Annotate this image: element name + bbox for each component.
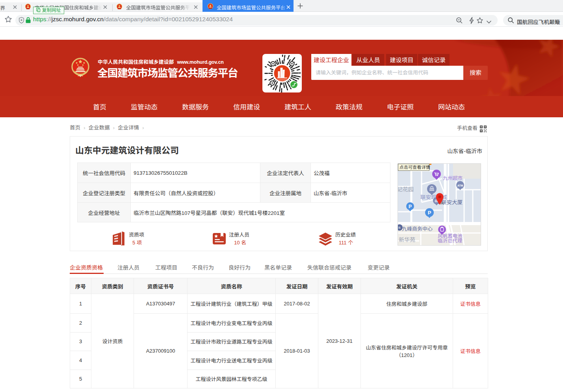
svg-text:点击可查看详情: 点击可查看详情	[399, 164, 430, 170]
svg-text:九峰商务中心: 九峰商务中心	[402, 225, 433, 232]
svg-text:记花园: 记花园	[398, 185, 414, 193]
svg-text:P: P	[409, 204, 412, 209]
svg-text:临沂总代理: 临沂总代理	[438, 237, 463, 244]
svg-text:B: B	[398, 226, 400, 229]
svg-text:联安大厦: 联安大厦	[441, 198, 463, 206]
svg-text:ATM: ATM	[457, 184, 463, 187]
svg-text:九州超市: 九州超市	[443, 174, 463, 181]
svg-text:新华苑: 新华苑	[399, 235, 415, 243]
svg-text:P: P	[428, 210, 431, 216]
